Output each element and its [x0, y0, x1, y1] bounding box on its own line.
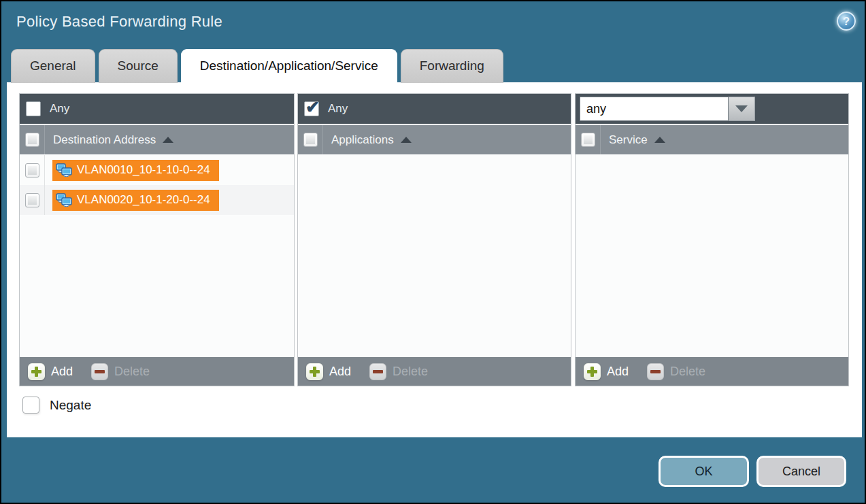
add-button[interactable]: Add: [28, 363, 73, 380]
sort-ascending-icon: [654, 137, 665, 143]
add-button[interactable]: Add: [306, 363, 351, 380]
sort-ascending-icon: [163, 137, 173, 143]
minus-icon: [647, 363, 664, 380]
delete-button[interactable]: Delete: [91, 363, 150, 380]
row-checkbox[interactable]: [25, 193, 39, 207]
minus-icon: [91, 363, 108, 380]
negate-label: Negate: [50, 398, 91, 413]
service-select-all-cell: [576, 125, 601, 154]
destination-toolbar: Add Delete: [20, 356, 294, 386]
help-icon[interactable]: ?: [837, 12, 856, 31]
service-column: any Service Add: [575, 93, 849, 386]
service-dropdown-row: any: [576, 94, 848, 125]
delete-button[interactable]: Delete: [369, 363, 428, 380]
address-object-vlan0010[interactable]: VLAN0010_10-1-10-0--24: [52, 160, 219, 181]
tab-content-panel: Any Destination Address: [7, 82, 862, 437]
destination-address-column: Any Destination Address: [19, 93, 295, 386]
service-toolbar: Add Delete: [576, 356, 848, 386]
destination-address-header-label: Destination Address: [53, 133, 173, 147]
applications-header[interactable]: Applications: [298, 125, 571, 155]
destination-any-row: Any: [20, 94, 294, 125]
destination-select-all-checkbox[interactable]: [25, 133, 39, 147]
table-row[interactable]: VLAN0010_10-1-10-0--24: [20, 155, 294, 185]
address-object-label: VLAN0010_10-1-10-0--24: [77, 163, 210, 177]
table-row[interactable]: VLAN0020_10-1-20-0--24: [20, 185, 294, 215]
plus-icon: [584, 363, 601, 380]
tab-general[interactable]: General: [11, 49, 95, 83]
destination-any-checkbox[interactable]: [26, 101, 41, 116]
applications-header-label: Applications: [331, 133, 412, 147]
applications-toolbar: Add Delete: [298, 356, 571, 386]
service-list: [576, 155, 848, 356]
plus-icon: [28, 363, 45, 380]
applications-select-all-cell: [298, 125, 323, 154]
tab-source[interactable]: Source: [99, 49, 178, 83]
network-address-icon: [56, 193, 72, 207]
address-object-label: VLAN0020_10-1-20-0--24: [77, 193, 210, 207]
destination-select-all-cell: [20, 125, 45, 154]
sort-ascending-icon: [401, 137, 412, 143]
delete-button[interactable]: Delete: [647, 363, 705, 380]
applications-list: [298, 155, 571, 356]
applications-any-label: Any: [328, 102, 348, 116]
tab-forwarding[interactable]: Forwarding: [401, 49, 503, 83]
service-header-label: Service: [609, 133, 665, 147]
service-select-all-checkbox[interactable]: [581, 133, 595, 147]
applications-select-all-checkbox[interactable]: [303, 133, 318, 147]
applications-any-row: Any: [298, 94, 571, 125]
negate-option: Negate: [22, 397, 91, 414]
dialog-title: Policy Based Forwarding Rule: [16, 13, 222, 31]
service-type-dropdown[interactable]: any: [580, 97, 755, 121]
destination-address-header[interactable]: Destination Address: [20, 125, 294, 155]
destination-any-label: Any: [50, 102, 69, 116]
chevron-down-icon: [735, 105, 748, 112]
address-object-vlan0020[interactable]: VLAN0020_10-1-20-0--24: [52, 190, 219, 211]
ok-button[interactable]: OK: [659, 456, 749, 487]
service-header[interactable]: Service: [576, 125, 848, 155]
row-checkbox[interactable]: [25, 163, 39, 178]
tab-bar: General Source Destination/Application/S…: [11, 49, 503, 83]
minus-icon: [369, 363, 386, 380]
applications-any-checkbox[interactable]: [304, 101, 319, 116]
service-type-value[interactable]: any: [580, 97, 729, 121]
applications-column: Any Applications Add Delete: [297, 93, 571, 386]
dropdown-button[interactable]: [729, 97, 755, 121]
negate-checkbox[interactable]: [22, 397, 39, 414]
tab-destination-application-service[interactable]: Destination/Application/Service: [181, 49, 397, 84]
network-address-icon: [56, 163, 72, 177]
plus-icon: [306, 363, 323, 380]
add-button[interactable]: Add: [584, 363, 629, 380]
destination-address-list: VLAN0010_10-1-10-0--24: [20, 155, 294, 356]
cancel-button[interactable]: Cancel: [756, 456, 846, 487]
pbf-rule-dialog: Policy Based Forwarding Rule ? General S…: [0, 0, 866, 504]
